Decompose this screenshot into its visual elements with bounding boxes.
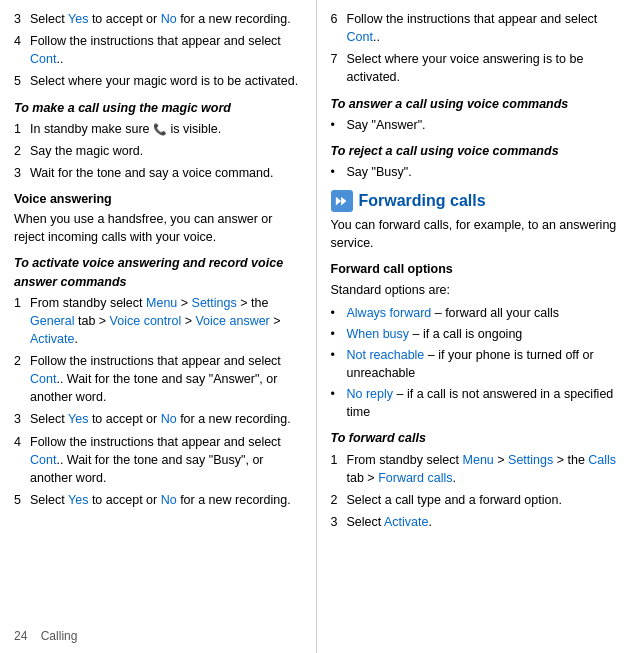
yes-link-3: Yes	[68, 493, 88, 507]
step-2b: 2 Say the magic word.	[14, 142, 302, 160]
activate-link-2: Activate	[384, 515, 428, 529]
step-num: 2	[14, 142, 26, 160]
forward-calls-link: Forward calls	[378, 471, 452, 485]
step-num: 2	[331, 491, 343, 509]
cont-link-1: Cont	[30, 52, 56, 66]
when-busy-link: When busy	[347, 327, 410, 341]
step-3c: 3 Select Yes to accept or No for a new r…	[14, 410, 302, 428]
yes-link-2: Yes	[68, 412, 88, 426]
forward-options-sub: Standard options are:	[331, 281, 620, 299]
step-6a: 6 Follow the instructions that appear an…	[331, 10, 620, 46]
step-2d: 2 Select a call type and a forward optio…	[331, 491, 620, 509]
settings-link-2: Settings	[508, 453, 553, 467]
step-5c: 5 Select Yes to accept or No for a new r…	[14, 491, 302, 509]
step-1c: 1 From standby select Menu > Settings > …	[14, 294, 302, 348]
step-num: 1	[14, 120, 26, 138]
no-link-2: No	[161, 412, 177, 426]
bullet-dot: •	[331, 116, 341, 134]
cont-link-2: Cont	[30, 372, 56, 386]
step-num: 5	[14, 72, 26, 90]
forwarding-body: You can forward calls, for example, to a…	[331, 216, 620, 252]
step-3d: 3 Select Activate.	[331, 513, 620, 531]
step-7a: 7 Select where your voice answering is t…	[331, 50, 620, 86]
right-column: 6 Follow the instructions that appear an…	[317, 0, 634, 653]
cont-link-3: Cont	[30, 453, 56, 467]
step-5a: 5 Select where your magic word is to be …	[14, 72, 302, 90]
bullet-no-reply: • No reply – if a call is not answered i…	[331, 385, 620, 421]
step-num: 2	[14, 352, 26, 406]
step-num: 3	[14, 164, 26, 182]
step-num: 1	[14, 294, 26, 348]
forwarding-title: Forwarding calls	[359, 189, 486, 212]
step-num: 4	[14, 32, 26, 68]
bullet-always-forward: • Always forward – forward all your call…	[331, 304, 620, 322]
page-number: 24 Calling	[14, 628, 77, 645]
always-forward-link: Always forward	[347, 306, 432, 320]
magic-word-heading: To make a call using the magic word	[14, 99, 302, 117]
answer-bullet: • Say "Answer".	[331, 116, 620, 134]
no-link-3: No	[161, 493, 177, 507]
step-1b: 1 In standby make sure 📞 is visible.	[14, 120, 302, 138]
bullet-dot: •	[331, 163, 341, 181]
mic-icon: 📞	[153, 123, 167, 135]
step-num: 4	[14, 433, 26, 487]
page: 3 Select Yes to accept or No for a new r…	[0, 0, 633, 653]
voice-answer-link: Voice answer	[195, 314, 269, 328]
step-num: 7	[331, 50, 343, 86]
no-reply-link: No reply	[347, 387, 394, 401]
calls-link: Calls	[588, 453, 616, 467]
activate-link-1: Activate	[30, 332, 74, 346]
step-num: 6	[331, 10, 343, 46]
step-4c: 4 Follow the instructions that appear an…	[14, 433, 302, 487]
voice-answering-body: When you use a handsfree, you can answer…	[14, 210, 302, 246]
step-4a: 4 Follow the instructions that appear an…	[14, 32, 302, 68]
forward-options-heading: Forward call options	[331, 260, 620, 278]
voice-control-link: Voice control	[110, 314, 182, 328]
step-num: 3	[14, 10, 26, 28]
bullet-dot: •	[331, 304, 341, 322]
step-1d: 1 From standby select Menu > Settings > …	[331, 451, 620, 487]
bullet-when-busy: • When busy – if a call is ongoing	[331, 325, 620, 343]
activate-heading: To activate voice answering and record v…	[14, 254, 302, 290]
step-num: 1	[331, 451, 343, 487]
bullet-dot: •	[331, 325, 341, 343]
step-num: 5	[14, 491, 26, 509]
step-3a: 3 Select Yes to accept or No for a new r…	[14, 10, 302, 28]
step-num: 3	[14, 410, 26, 428]
answer-heading: To answer a call using voice commands	[331, 95, 620, 113]
forward-icon-svg	[335, 194, 349, 208]
bullet-dot: •	[331, 346, 341, 382]
reject-heading: To reject a call using voice commands	[331, 142, 620, 160]
step-num: 3	[331, 513, 343, 531]
settings-link: Settings	[192, 296, 237, 310]
no-link-1: No	[161, 12, 177, 26]
left-column: 3 Select Yes to accept or No for a new r…	[0, 0, 317, 653]
cont-link-4: Cont	[347, 30, 373, 44]
not-reachable-link: Not reachable	[347, 348, 425, 362]
bullet-not-reachable: • Not reachable – if your phone is turne…	[331, 346, 620, 382]
bullet-dot: •	[331, 385, 341, 421]
step-3b: 3 Wait for the tone and say a voice comm…	[14, 164, 302, 182]
menu-link-2: Menu	[463, 453, 494, 467]
forwarding-header: Forwarding calls	[331, 189, 620, 212]
reject-bullet: • Say "Busy".	[331, 163, 620, 181]
menu-link: Menu	[146, 296, 177, 310]
forwarding-icon	[331, 190, 353, 212]
voice-answering-heading: Voice answering	[14, 190, 302, 208]
forward-calls-heading: To forward calls	[331, 429, 620, 447]
step-2c: 2 Follow the instructions that appear an…	[14, 352, 302, 406]
yes-link-1: Yes	[68, 12, 88, 26]
general-link: General	[30, 314, 74, 328]
